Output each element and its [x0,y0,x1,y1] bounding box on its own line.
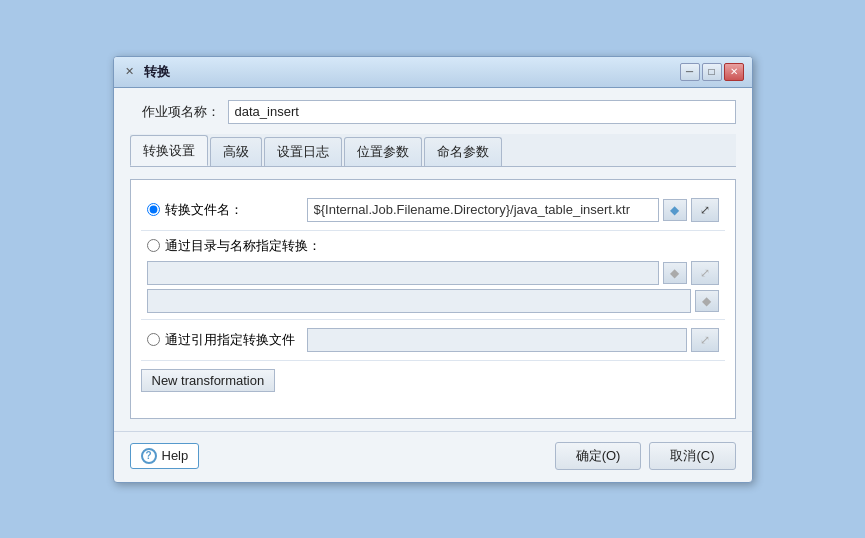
job-name-label: 作业项名称： [130,103,220,121]
option3-expand-btn[interactable]: ⤢ [691,328,719,352]
option2-subrow2: ◆ [147,289,719,313]
job-name-row: 作业项名称： [130,100,736,124]
tab-named-params[interactable]: 命名参数 [424,137,502,166]
new-transformation-button[interactable]: New transformation [141,369,276,392]
option2-radio[interactable] [147,239,160,252]
option3-label: 通过引用指定转换文件 [165,331,295,349]
option1-input[interactable] [307,198,659,222]
tab-advanced[interactable]: 高级 [210,137,262,166]
tab-log-settings[interactable]: 设置日志 [264,137,342,166]
option2-subrow1: ◆ ⤢ [147,261,719,285]
option2-diamond-btn[interactable]: ◆ [663,262,687,284]
tab-transform-settings[interactable]: 转换设置 [130,135,208,166]
option3-fields: ⤢ [307,328,719,352]
option1-radio-wrap: 转换文件名： [147,201,307,219]
option1-fields: ◆ ⤢ [307,198,719,222]
title-controls: ─ □ ✕ [680,63,744,81]
option3-row: 通过引用指定转换文件 ⤢ [141,320,725,361]
expand-icon3: ⤢ [700,333,710,347]
expand-icon2: ⤢ [700,266,710,280]
option1-row: 转换文件名： ◆ ⤢ [141,190,725,231]
option1-label: 转换文件名： [165,201,243,219]
tab-position-params[interactable]: 位置参数 [344,137,422,166]
option1-radio[interactable] [147,203,160,216]
help-button[interactable]: ? Help [130,443,200,469]
option3-input[interactable] [307,328,687,352]
diamond-icon2: ◆ [670,266,679,280]
tab-content: 转换文件名： ◆ ⤢ 通过目录与名称指定转换： [130,179,736,419]
help-label: Help [162,448,189,463]
title-icon: ✕ [122,64,138,80]
diamond-icon: ◆ [670,203,679,217]
option2-expand-btn[interactable]: ⤢ [691,261,719,285]
dialog-window: ✕ 转换 ─ □ ✕ 作业项名称： 转换设置 高级 设置日志 位置参数 命名参数 [113,56,753,483]
minimize-button[interactable]: ─ [680,63,700,81]
option3-radio[interactable] [147,333,160,346]
ok-button[interactable]: 确定(O) [555,442,642,470]
diamond-icon3: ◆ [702,294,711,308]
title-bar: ✕ 转换 ─ □ ✕ [114,57,752,88]
title-bar-left: ✕ 转换 [122,63,170,81]
option1-diamond-btn[interactable]: ◆ [663,199,687,221]
option2-row: 通过目录与名称指定转换： ◆ ⤢ ◆ [141,231,725,320]
help-icon: ? [141,448,157,464]
expand-icon: ⤢ [700,203,710,217]
option2-diamond-btn2[interactable]: ◆ [695,290,719,312]
job-name-input[interactable] [228,100,736,124]
window-title: 转换 [144,63,170,81]
option2-input1[interactable] [147,261,659,285]
option2-label: 通过目录与名称指定转换： [165,237,321,255]
option2-radio-wrap: 通过目录与名称指定转换： [147,237,321,255]
option1-expand-btn[interactable]: ⤢ [691,198,719,222]
option2-input2[interactable] [147,289,691,313]
footer: ? Help 确定(O) 取消(C) [114,431,752,482]
maximize-button[interactable]: □ [702,63,722,81]
close-button[interactable]: ✕ [724,63,744,81]
cancel-button[interactable]: 取消(C) [649,442,735,470]
footer-action-buttons: 确定(O) 取消(C) [555,442,736,470]
tab-bar: 转换设置 高级 设置日志 位置参数 命名参数 [130,134,736,167]
window-body: 作业项名称： 转换设置 高级 设置日志 位置参数 命名参数 转换文件名： [114,88,752,431]
option3-radio-wrap: 通过引用指定转换文件 [147,331,307,349]
